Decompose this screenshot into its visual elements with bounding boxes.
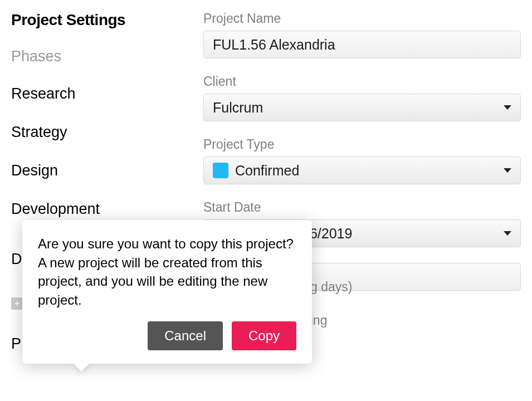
working-days-label-partial: g days) bbox=[310, 280, 352, 295]
page-title: Project Settings bbox=[11, 11, 195, 29]
sidebar-item-partial[interactable]: D bbox=[11, 251, 22, 268]
start-date-label: Start Date bbox=[203, 200, 521, 215]
copy-button[interactable]: Copy bbox=[232, 321, 296, 350]
chevron-down-icon bbox=[504, 231, 511, 236]
project-type-label: Project Type bbox=[203, 137, 521, 152]
add-icon[interactable]: + bbox=[11, 297, 23, 310]
client-value: Fulcrum bbox=[213, 100, 263, 116]
client-select[interactable]: Fulcrum bbox=[203, 94, 521, 121]
client-label: Client bbox=[203, 74, 521, 89]
sidebar-item-p-partial[interactable]: P bbox=[11, 335, 21, 353]
chevron-down-icon bbox=[504, 168, 511, 173]
chevron-down-icon bbox=[504, 105, 511, 110]
project-name-label: Project Name bbox=[203, 11, 521, 26]
project-name-input[interactable] bbox=[203, 31, 521, 58]
project-type-value: Confirmed bbox=[235, 163, 299, 179]
confirm-copy-popover: Are you sure you want to copy this proje… bbox=[22, 220, 312, 364]
sidebar-item-design[interactable]: Design bbox=[11, 162, 195, 179]
sidebar-item-strategy[interactable]: Strategy bbox=[11, 124, 195, 141]
popover-message: Are you sure you want to copy this proje… bbox=[38, 234, 296, 309]
cancel-button[interactable]: Cancel bbox=[148, 321, 223, 350]
type-color-swatch bbox=[213, 163, 228, 178]
sidebar-item-development[interactable]: Development bbox=[11, 200, 195, 218]
project-type-select[interactable]: Confirmed bbox=[203, 157, 521, 184]
sidebar-item-research[interactable]: Research bbox=[11, 85, 195, 102]
phases-heading: Phases bbox=[11, 48, 195, 65]
